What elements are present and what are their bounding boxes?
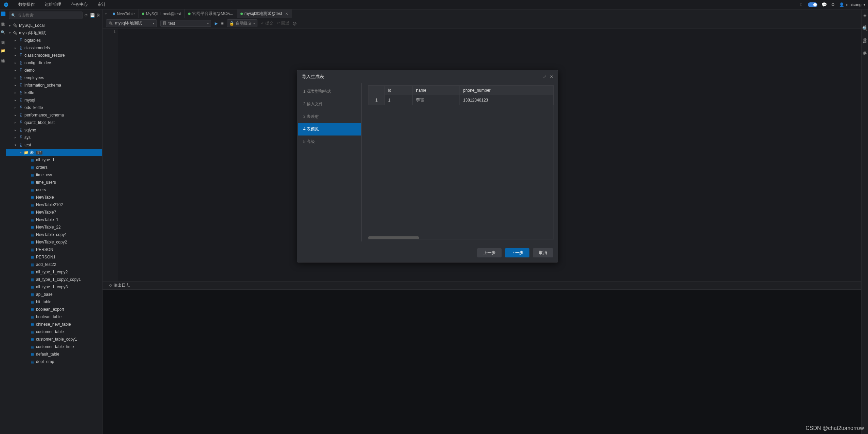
chevron-down-icon[interactable]: ▾ [253, 22, 255, 25]
tree-database[interactable]: ▸🗄ods_kettle [6, 104, 102, 111]
close-icon[interactable]: ✕ [285, 12, 288, 16]
auto-commit-label[interactable]: 自动提交 [236, 20, 252, 26]
next-button[interactable]: 下一步 [505, 248, 529, 257]
tree-table[interactable]: ▦PERSON1 [6, 253, 102, 261]
tree-table[interactable]: ▦time_users [6, 179, 102, 186]
nav-task-center[interactable]: 任务中心 [69, 0, 90, 9]
expand-icon[interactable]: ⤢ [543, 74, 546, 79]
tree-table[interactable]: ▦boolean_table [6, 313, 102, 321]
wizard-step[interactable]: 2.输入文件 [298, 98, 361, 110]
refresh-icon[interactable]: ⟳ [85, 13, 88, 18]
tree-database[interactable]: ▸🗄mysql [6, 96, 102, 104]
cancel-button[interactable]: 取消 [533, 248, 553, 257]
tree-table[interactable]: ▦dept_emp [6, 358, 102, 365]
add-conn-icon[interactable]: ⎘ [97, 13, 100, 18]
db-combo[interactable]: 🗄 test ▾ [160, 20, 211, 27]
editor-tab[interactable]: MySQL Local@test [139, 10, 185, 18]
view-icon[interactable]: ◎ [293, 21, 296, 26]
tree-table[interactable]: ▦NewTable_copy2 [6, 238, 102, 246]
tree-database[interactable]: ▸🗄information_schema [6, 82, 102, 89]
tree-table[interactable]: ▦customer_table_copy1 [6, 336, 102, 343]
tree-table[interactable]: ▦PERSON [6, 246, 102, 253]
user-menu[interactable]: 👤 maicong ▾ [839, 2, 865, 7]
tree-database[interactable]: ▸🗄classicmodels_restore [6, 52, 102, 59]
rail-collapse-icon-3[interactable]: ‹ [2, 60, 3, 64]
rail-saved-icon[interactable]: 📁 [1, 49, 5, 53]
tree-database[interactable]: ▸🗄classicmodels [6, 44, 102, 52]
tab-add[interactable]: + [103, 12, 109, 16]
search-icon[interactable]: 🔍 [862, 26, 868, 31]
tree-table[interactable]: ▦add_test22 [6, 261, 102, 268]
rail-datasource-icon[interactable] [1, 12, 5, 16]
tree-table[interactable]: ▦all_type_1_copy2 [6, 268, 102, 276]
save-icon[interactable]: 💾 [90, 13, 95, 18]
tree-table[interactable]: ▦NewTable_copy1 [6, 231, 102, 238]
search-input[interactable] [17, 13, 80, 18]
output-log-tab[interactable]: 输出日志 [106, 283, 133, 288]
prev-button[interactable]: 上一步 [477, 248, 502, 257]
tree-database[interactable]: ▸🗄performance_schema [6, 111, 102, 119]
tree-database[interactable]: ▸🗄config_db_dev [6, 59, 102, 67]
tree-connection[interactable]: ▾🔌mysql本地测试 [6, 29, 102, 37]
tree-database[interactable]: ▸🗄employees [6, 74, 102, 82]
rail-collapse-icon-2[interactable]: ‹ [2, 41, 3, 45]
nav-audit[interactable]: 审计 [96, 0, 108, 9]
stop-icon[interactable]: ■ [221, 21, 223, 26]
settings-icon[interactable]: ⚙ [831, 2, 835, 7]
nav-ops-mgmt[interactable]: 运维管理 [43, 0, 63, 9]
tree-database[interactable]: ▸🗄bigtables [6, 37, 102, 44]
marker-icon[interactable]: ◈ [863, 13, 867, 18]
chat-icon[interactable]: 💬 [821, 2, 827, 7]
tree-connection[interactable]: ▸🔌MySQL_Local [6, 22, 102, 29]
column-header[interactable]: phone_number [459, 86, 553, 95]
tree-table[interactable]: ▦time_csv [6, 171, 102, 179]
tree-table[interactable]: ▦customer_table [6, 328, 102, 336]
tree-table[interactable]: ▦NewTable_22 [6, 223, 102, 231]
run-icon[interactable]: ▶ [215, 21, 218, 26]
tree-table[interactable]: ▦api_base [6, 291, 102, 298]
tree-database[interactable]: ▸🗄sqlynx [6, 126, 102, 134]
tree-table[interactable]: ▦bit_table [6, 298, 102, 306]
tree-table[interactable]: ▦NewTable [6, 194, 102, 201]
close-icon[interactable]: ✕ [550, 74, 553, 79]
editor-tab[interactable]: NewTable [109, 10, 139, 18]
table-row[interactable]: 11李雷13812340123 [368, 95, 554, 105]
nav-data-ops[interactable]: 数据操作 [16, 0, 37, 9]
theme-toggle[interactable] [808, 2, 817, 7]
tree-database[interactable]: ▸🗄demo [6, 67, 102, 74]
wizard-step[interactable]: 5.高级 [298, 135, 361, 148]
rail-history-icon[interactable]: 🔍 [1, 30, 5, 35]
tree-database[interactable]: ▾🗄test [6, 141, 102, 149]
commit-btn[interactable]: ✓提交 [261, 20, 273, 26]
tree-database[interactable]: ▸🗄sys [6, 134, 102, 141]
tree-table[interactable]: ▦all_type_1_copy3 [6, 283, 102, 291]
tree-table[interactable]: ▦orders [6, 164, 102, 171]
tree-table[interactable]: ▦all_type_1 [6, 156, 102, 164]
rollback-btn[interactable]: ↶回退 [277, 20, 289, 26]
tree-table[interactable]: ▦NewTable2102 [6, 201, 102, 209]
share-icon[interactable]: ⇄ [863, 39, 867, 44]
tree-table[interactable]: ▦customer_table_time [6, 343, 102, 350]
tree-table[interactable]: ▦all_type_1_copy2_copy1 [6, 276, 102, 283]
wizard-step[interactable]: 4.表预览 [298, 123, 361, 135]
rail-collapse-icon[interactable]: ‹ [2, 23, 3, 27]
conn-combo[interactable]: 🔌 mysql本地测试 ▾ [106, 19, 157, 27]
column-header[interactable]: id [385, 86, 413, 95]
horizontal-scrollbar[interactable] [368, 236, 419, 239]
tree-table[interactable]: ▦boolean_export [6, 306, 102, 313]
tree-table[interactable]: ▦NewTable7 [6, 209, 102, 216]
search-box[interactable]: 🔍 [9, 12, 83, 19]
tree-table[interactable]: ▦NewTable_1 [6, 216, 102, 223]
column-header[interactable]: name [413, 86, 460, 95]
tree-database[interactable]: ▸🗄quartz_tibot_test [6, 119, 102, 126]
editor-tab[interactable]: mysql本地测试@test✕ [237, 10, 292, 18]
tree-table[interactable]: ▦default_table [6, 350, 102, 358]
editor-tab[interactable]: 官网平台系统@MCw... [185, 10, 237, 18]
tree-folder[interactable]: ▾📁表97 [6, 149, 102, 156]
tree-table[interactable]: ▦chinese_new_table [6, 321, 102, 328]
tree-database[interactable]: ▸🗄kettle [6, 89, 102, 96]
wizard-step[interactable]: 3.表映射 [298, 110, 361, 123]
app-logo[interactable] [3, 1, 10, 8]
tree-table[interactable]: ▦users [6, 186, 102, 194]
wizard-step[interactable]: 1.源类型和格式 [298, 85, 361, 98]
